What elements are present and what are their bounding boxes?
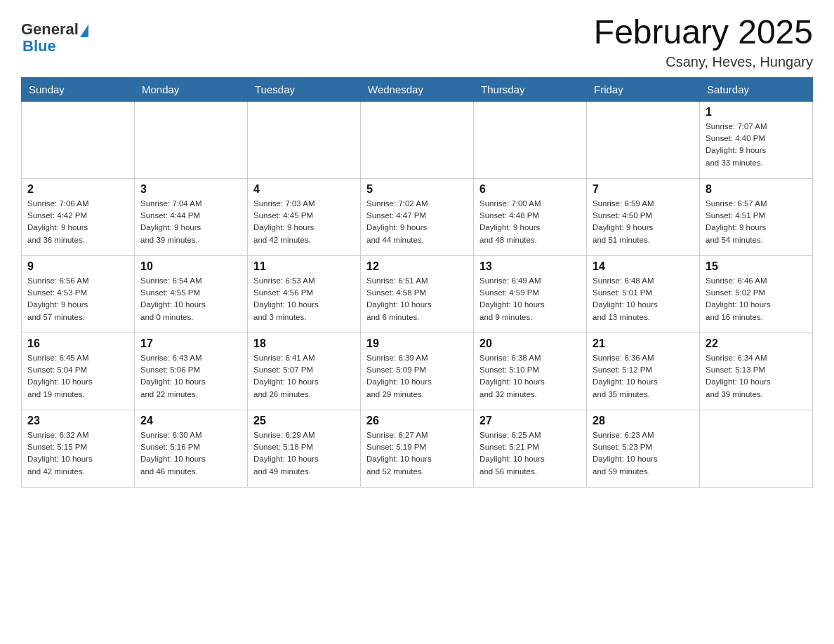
calendar-cell: 27Sunrise: 6:25 AMSunset: 5:21 PMDayligh… xyxy=(474,410,587,487)
day-number: 3 xyxy=(140,183,241,196)
day-info: Sunrise: 6:57 AMSunset: 4:51 PMDaylight:… xyxy=(706,198,807,246)
title-section: February 2025 Csany, Heves, Hungary xyxy=(594,14,813,70)
calendar-week-row: 23Sunrise: 6:32 AMSunset: 5:15 PMDayligh… xyxy=(22,410,813,487)
day-info: Sunrise: 7:00 AMSunset: 4:48 PMDaylight:… xyxy=(479,198,581,246)
location-subtitle: Csany, Heves, Hungary xyxy=(594,54,813,70)
day-info: Sunrise: 6:49 AMSunset: 4:59 PMDaylight:… xyxy=(479,275,581,323)
day-number: 28 xyxy=(593,415,694,427)
calendar-cell: 12Sunrise: 6:51 AMSunset: 4:58 PMDayligh… xyxy=(361,255,474,333)
calendar-week-row: 2Sunrise: 7:06 AMSunset: 4:42 PMDaylight… xyxy=(22,178,813,255)
day-number: 8 xyxy=(706,183,807,196)
calendar-cell: 24Sunrise: 6:30 AMSunset: 5:16 PMDayligh… xyxy=(135,410,248,487)
calendar-cell: 10Sunrise: 6:54 AMSunset: 4:55 PMDayligh… xyxy=(135,255,248,333)
calendar-header: SundayMondayTuesdayWednesdayThursdayFrid… xyxy=(22,77,813,101)
calendar-cell: 28Sunrise: 6:23 AMSunset: 5:23 PMDayligh… xyxy=(587,410,700,487)
calendar-cell: 14Sunrise: 6:48 AMSunset: 5:01 PMDayligh… xyxy=(587,255,700,333)
day-info: Sunrise: 6:29 AMSunset: 5:18 PMDaylight:… xyxy=(253,429,355,478)
logo-triangle-icon xyxy=(80,25,88,37)
calendar-cell: 8Sunrise: 6:57 AMSunset: 4:51 PMDaylight… xyxy=(700,178,813,255)
page-header: General Blue February 2025 Csany, Heves,… xyxy=(21,14,813,70)
calendar-week-row: 16Sunrise: 6:45 AMSunset: 5:04 PMDayligh… xyxy=(22,333,813,410)
day-info: Sunrise: 6:56 AMSunset: 4:53 PMDaylight:… xyxy=(27,275,128,323)
calendar-cell: 21Sunrise: 6:36 AMSunset: 5:12 PMDayligh… xyxy=(587,333,700,410)
day-info: Sunrise: 6:36 AMSunset: 5:12 PMDaylight:… xyxy=(593,352,694,401)
calendar-cell: 23Sunrise: 6:32 AMSunset: 5:15 PMDayligh… xyxy=(22,410,135,487)
day-info: Sunrise: 6:46 AMSunset: 5:02 PMDaylight:… xyxy=(706,275,807,323)
day-number: 13 xyxy=(479,260,581,273)
day-number: 18 xyxy=(253,337,355,350)
day-number: 10 xyxy=(140,260,241,273)
day-number: 7 xyxy=(593,183,694,196)
calendar-cell: 20Sunrise: 6:38 AMSunset: 5:10 PMDayligh… xyxy=(474,333,587,410)
calendar-cell: 25Sunrise: 6:29 AMSunset: 5:18 PMDayligh… xyxy=(248,410,361,487)
day-number: 17 xyxy=(140,337,241,350)
calendar-cell: 2Sunrise: 7:06 AMSunset: 4:42 PMDaylight… xyxy=(22,178,135,255)
calendar-cell: 5Sunrise: 7:02 AMSunset: 4:47 PMDaylight… xyxy=(361,178,474,255)
day-info: Sunrise: 7:02 AMSunset: 4:47 PMDaylight:… xyxy=(366,198,468,246)
day-number: 19 xyxy=(366,337,468,350)
day-info: Sunrise: 6:30 AMSunset: 5:16 PMDaylight:… xyxy=(140,429,241,478)
calendar-cell xyxy=(22,101,135,178)
day-number: 5 xyxy=(366,183,468,196)
calendar-week-row: 9Sunrise: 6:56 AMSunset: 4:53 PMDaylight… xyxy=(22,255,813,333)
calendar-cell: 22Sunrise: 6:34 AMSunset: 5:13 PMDayligh… xyxy=(700,333,813,410)
day-number: 12 xyxy=(366,260,468,273)
month-title: February 2025 xyxy=(594,14,813,51)
day-info: Sunrise: 6:41 AMSunset: 5:07 PMDaylight:… xyxy=(253,352,355,401)
calendar-cell: 13Sunrise: 6:49 AMSunset: 4:59 PMDayligh… xyxy=(474,255,587,333)
calendar-cell xyxy=(361,101,474,178)
calendar-cell: 16Sunrise: 6:45 AMSunset: 5:04 PMDayligh… xyxy=(22,333,135,410)
weekday-header-thursday: Thursday xyxy=(474,77,587,101)
day-number: 9 xyxy=(27,260,128,273)
day-info: Sunrise: 6:45 AMSunset: 5:04 PMDaylight:… xyxy=(27,352,128,401)
day-info: Sunrise: 7:07 AMSunset: 4:40 PMDaylight:… xyxy=(706,121,807,169)
calendar-cell xyxy=(474,101,587,178)
day-number: 22 xyxy=(706,337,807,350)
calendar-table: SundayMondayTuesdayWednesdayThursdayFrid… xyxy=(21,77,813,488)
day-info: Sunrise: 6:39 AMSunset: 5:09 PMDaylight:… xyxy=(366,352,468,401)
day-info: Sunrise: 7:04 AMSunset: 4:44 PMDaylight:… xyxy=(140,198,241,246)
calendar-cell: 19Sunrise: 6:39 AMSunset: 5:09 PMDayligh… xyxy=(361,333,474,410)
calendar-cell: 4Sunrise: 7:03 AMSunset: 4:45 PMDaylight… xyxy=(248,178,361,255)
calendar-cell: 9Sunrise: 6:56 AMSunset: 4:53 PMDaylight… xyxy=(22,255,135,333)
weekday-header-tuesday: Tuesday xyxy=(248,77,361,101)
day-number: 27 xyxy=(479,415,581,427)
day-number: 4 xyxy=(253,183,355,196)
day-number: 23 xyxy=(27,415,128,427)
day-number: 2 xyxy=(27,183,128,196)
calendar-cell: 3Sunrise: 7:04 AMSunset: 4:44 PMDaylight… xyxy=(135,178,248,255)
day-number: 15 xyxy=(706,260,807,273)
day-info: Sunrise: 7:06 AMSunset: 4:42 PMDaylight:… xyxy=(27,198,128,246)
calendar-cell xyxy=(587,101,700,178)
calendar-cell xyxy=(135,101,248,178)
calendar-cell: 11Sunrise: 6:53 AMSunset: 4:56 PMDayligh… xyxy=(248,255,361,333)
day-info: Sunrise: 6:48 AMSunset: 5:01 PMDaylight:… xyxy=(593,275,694,323)
day-info: Sunrise: 6:54 AMSunset: 4:55 PMDaylight:… xyxy=(140,275,241,323)
day-number: 24 xyxy=(140,415,241,427)
day-number: 6 xyxy=(479,183,581,196)
day-info: Sunrise: 7:03 AMSunset: 4:45 PMDaylight:… xyxy=(253,198,355,246)
day-info: Sunrise: 6:25 AMSunset: 5:21 PMDaylight:… xyxy=(479,429,581,478)
weekday-header-sunday: Sunday xyxy=(22,77,135,101)
calendar-cell: 7Sunrise: 6:59 AMSunset: 4:50 PMDaylight… xyxy=(587,178,700,255)
weekday-row: SundayMondayTuesdayWednesdayThursdayFrid… xyxy=(22,77,813,101)
weekday-header-monday: Monday xyxy=(135,77,248,101)
calendar-cell: 6Sunrise: 7:00 AMSunset: 4:48 PMDaylight… xyxy=(474,178,587,255)
calendar-cell: 15Sunrise: 6:46 AMSunset: 5:02 PMDayligh… xyxy=(700,255,813,333)
logo-general-text: General xyxy=(21,21,79,38)
day-info: Sunrise: 6:32 AMSunset: 5:15 PMDaylight:… xyxy=(27,429,128,478)
weekday-header-friday: Friday xyxy=(587,77,700,101)
day-info: Sunrise: 6:27 AMSunset: 5:19 PMDaylight:… xyxy=(366,429,468,478)
day-number: 11 xyxy=(253,260,355,273)
weekday-header-wednesday: Wednesday xyxy=(361,77,474,101)
day-info: Sunrise: 6:59 AMSunset: 4:50 PMDaylight:… xyxy=(593,198,694,246)
day-number: 21 xyxy=(593,337,694,350)
weekday-header-saturday: Saturday xyxy=(700,77,813,101)
calendar-cell: 1Sunrise: 7:07 AMSunset: 4:40 PMDaylight… xyxy=(700,101,813,178)
day-info: Sunrise: 6:51 AMSunset: 4:58 PMDaylight:… xyxy=(366,275,468,323)
calendar-cell xyxy=(248,101,361,178)
logo-blue-text: Blue xyxy=(22,38,88,55)
day-number: 20 xyxy=(479,337,581,350)
calendar-cell: 17Sunrise: 6:43 AMSunset: 5:06 PMDayligh… xyxy=(135,333,248,410)
calendar-week-row: 1Sunrise: 7:07 AMSunset: 4:40 PMDaylight… xyxy=(22,101,813,178)
